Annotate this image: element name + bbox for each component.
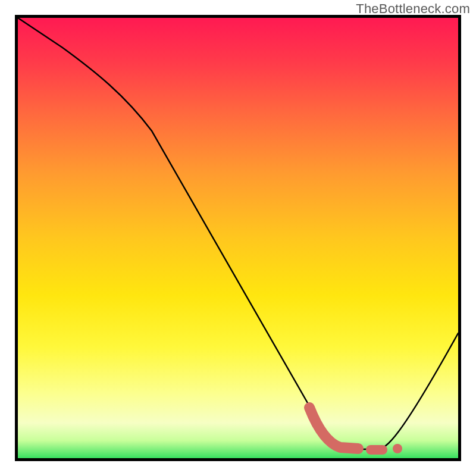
chart-frame [15,15,461,461]
optimal-curve-segment [309,408,358,449]
chart-svg [18,18,458,458]
chart-canvas: TheBottleneck.com [0,0,476,476]
optimal-dot [393,444,402,453]
main-curve [18,18,458,449]
watermark-text: TheBottleneck.com [356,1,470,17]
